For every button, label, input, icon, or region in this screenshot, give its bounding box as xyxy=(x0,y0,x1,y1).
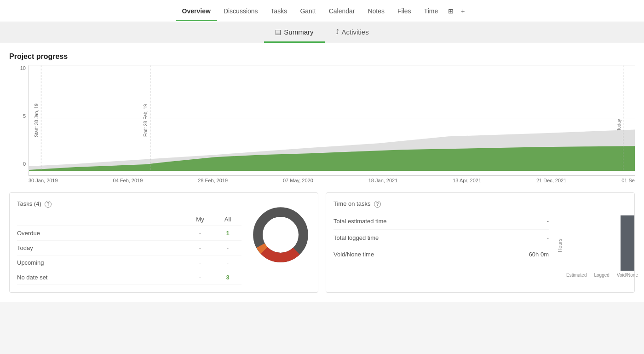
end-label: End: 28 Feb, 19 xyxy=(143,104,148,137)
x-label-0: 30 Jan, 2019 xyxy=(29,178,58,183)
top-navigation: Overview Discussions Tasks Gantt Calenda… xyxy=(0,0,644,22)
tab-summary[interactable]: ▤ Summary xyxy=(264,23,324,43)
bar-estimated: Estimated xyxy=(566,271,586,278)
nav-tasks[interactable]: Tasks xyxy=(264,1,294,21)
hours-label: Hours xyxy=(557,238,563,252)
tab-summary-label: Summary xyxy=(284,28,313,36)
x-label-6: 21 Dec, 2021 xyxy=(536,178,566,183)
today-label: Today xyxy=(616,119,621,131)
table-row: No date set - 3 xyxy=(17,270,242,285)
task-all-upcoming: - xyxy=(214,255,242,270)
col-header-all: All xyxy=(214,213,242,226)
bottom-panels: Tasks (4) ? My All xyxy=(9,192,635,293)
y-label-0: 0 xyxy=(23,161,26,167)
x-label-5: 13 Apr, 2021 xyxy=(453,178,481,183)
x-label-2: 28 Feb, 2019 xyxy=(198,178,228,183)
time-label-estimated: Total estimated time xyxy=(334,218,387,225)
nav-time[interactable]: Time xyxy=(418,1,445,21)
col-header-my: My xyxy=(186,213,214,226)
nav-discussions[interactable]: Discussions xyxy=(217,1,264,21)
time-data: Total estimated time - Total logged time… xyxy=(334,213,549,278)
task-label-upcoming: Upcoming xyxy=(17,255,186,270)
tasks-help-icon[interactable]: ? xyxy=(45,201,52,208)
task-my-overdue: - xyxy=(186,226,214,241)
y-label-10: 10 xyxy=(20,65,26,71)
tasks-donut-chart xyxy=(251,205,310,265)
x-label-4: 18 Jan, 2021 xyxy=(368,178,398,183)
time-label-logged: Total logged time xyxy=(334,234,379,241)
nav-files[interactable]: Files xyxy=(391,1,418,21)
time-panel-title: Time on tasks ? xyxy=(334,200,627,208)
tab-activities-label: Activities xyxy=(342,28,369,36)
time-panel-inner: Total estimated time - Total logged time… xyxy=(334,213,627,278)
chart-title: Project progress xyxy=(9,52,635,61)
progress-chart: Start: 30 Jan, 19 End: 28 Feb, 19 Today xyxy=(29,65,635,176)
project-progress-section: Project progress 10 5 0 Sta xyxy=(9,52,635,183)
time-value-estimated: - xyxy=(547,218,549,225)
task-my-today: - xyxy=(186,241,214,255)
x-label-7: 01 Se xyxy=(621,178,635,183)
start-label: Start: 30 Jan, 19 xyxy=(34,104,39,137)
task-all-today: - xyxy=(214,241,242,255)
task-all-overdue: 1 xyxy=(214,226,242,241)
nav-gantt[interactable]: Gantt xyxy=(293,1,322,21)
bar-logged: Logged xyxy=(594,271,609,278)
nav-overview[interactable]: Overview xyxy=(176,1,217,21)
bar-chart-icon[interactable]: ⊞ xyxy=(444,1,457,21)
nav-calendar[interactable]: Calendar xyxy=(322,1,362,21)
bar-label-void: Void/None xyxy=(617,273,638,278)
bar-label-logged: Logged xyxy=(594,273,609,278)
activities-icon: ⤴ xyxy=(336,28,339,35)
table-row: Today - - xyxy=(17,241,242,255)
sub-navigation: ▤ Summary ⤴ Activities xyxy=(0,22,644,43)
tasks-table: My All Overdue - 1 Today xyxy=(17,213,242,285)
time-help-icon[interactable]: ? xyxy=(374,201,381,208)
summary-icon: ▤ xyxy=(275,28,281,35)
tasks-data: Tasks (4) ? My All xyxy=(17,200,242,285)
table-row: Overdue - 1 xyxy=(17,226,242,241)
time-row-void: Void/None time 60h 0m xyxy=(334,246,549,262)
table-row: Upcoming - - xyxy=(17,255,242,270)
nav-notes[interactable]: Notes xyxy=(361,1,391,21)
time-bar-chart: Hours Estimated Logged Void/None xyxy=(553,213,627,278)
y-label-5: 5 xyxy=(23,113,26,119)
task-label-overdue: Overdue xyxy=(17,226,186,241)
tasks-panel-title: Tasks (4) ? xyxy=(17,200,242,208)
time-row-estimated: Total estimated time - xyxy=(334,213,549,230)
tab-activities[interactable]: ⤴ Activities xyxy=(325,23,380,43)
task-my-nodate: - xyxy=(186,270,214,285)
task-label-nodate: No date set xyxy=(17,270,186,285)
x-label-1: 04 Feb, 2019 xyxy=(113,178,143,183)
svg-point-10 xyxy=(264,218,298,252)
x-axis-labels: 30 Jan, 2019 04 Feb, 2019 28 Feb, 2019 0… xyxy=(29,178,635,183)
time-value-logged: - xyxy=(547,234,549,241)
time-value-void: 60h 0m xyxy=(529,251,549,258)
bar-label-estimated: Estimated xyxy=(566,273,586,278)
add-tab-button[interactable]: + xyxy=(457,1,468,21)
task-all-nodate: 3 xyxy=(214,270,242,285)
col-header-task xyxy=(17,213,186,226)
time-panel: Time on tasks ? Total estimated time - T… xyxy=(326,192,635,293)
tasks-panel: Tasks (4) ? My All xyxy=(9,192,318,293)
x-label-3: 07 May, 2020 xyxy=(283,178,313,183)
bar-void: Void/None xyxy=(617,215,638,278)
tasks-panel-inner: Tasks (4) ? My All xyxy=(17,200,310,285)
task-label-today: Today xyxy=(17,241,186,255)
task-my-upcoming: - xyxy=(186,255,214,270)
time-label-void: Void/None time xyxy=(334,251,374,258)
main-content: Project progress 10 5 0 Sta xyxy=(0,43,644,302)
time-row-logged: Total logged time - xyxy=(334,230,549,246)
